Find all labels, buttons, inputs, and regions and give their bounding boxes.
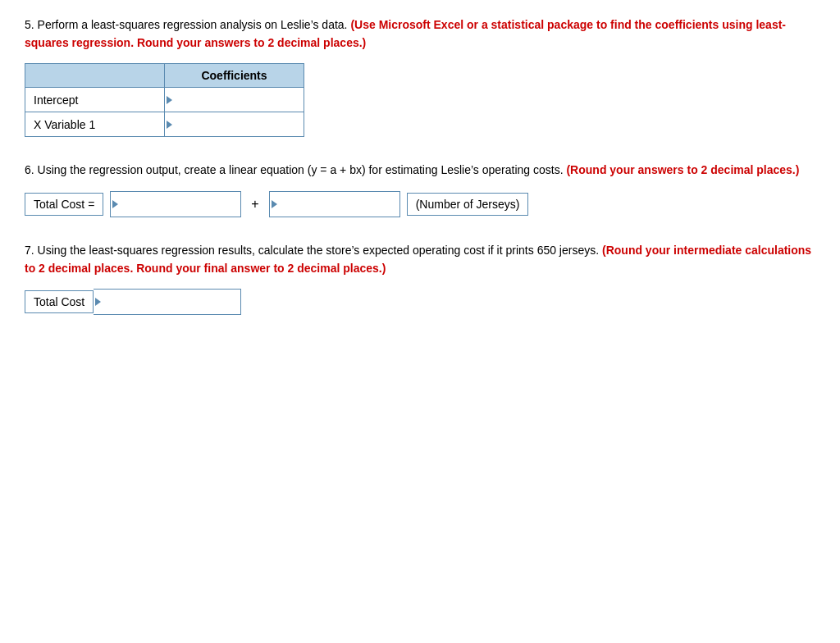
coefficients-table: Coefficients Intercept X Variable 1 [25,63,304,137]
table-empty-header [25,64,165,88]
intercept-input-cell[interactable] [165,88,304,112]
xvariable-triangle-icon [167,121,172,129]
q6-number: 6. [25,163,34,176]
eq-plus-sign: + [248,197,262,212]
total-cost-eq-label: Total Cost = [25,193,103,216]
eq-a-triangle-icon [112,200,118,208]
q6-text-red: (Round your answers to 2 decimal places.… [566,163,799,176]
eq-input-a[interactable] [110,191,241,217]
eq-input-b-inner [270,192,399,217]
q5-text: 5. Perform a least-squares regression an… [25,16,815,52]
q5-number: 5. [25,18,34,31]
table-row: X Variable 1 [25,112,304,137]
question-5: 5. Perform a least-squares regression an… [25,16,815,137]
total-cost-triangle-icon [95,298,101,306]
q7-number: 7. [25,244,34,257]
intercept-label: Intercept [25,88,165,112]
q6-text: 6. Using the regression output, create a… [25,162,815,180]
total-cost-row: Total Cost [25,289,815,315]
question-7: 7. Using the least-squares regression re… [25,242,815,315]
q5-text-black: Perform a least-squares regression analy… [38,18,351,31]
intercept-triangle-icon [167,96,172,104]
xvariable-input-cell[interactable] [165,112,304,137]
q7-text: 7. Using the least-squares regression re… [25,242,815,277]
table-row: Intercept [25,88,304,112]
question-6: 6. Using the regression output, create a… [25,162,815,217]
eq-b-triangle-icon [272,200,277,208]
eq-suffix: (Number of Jerseys) [407,193,529,216]
coefficients-header: Coefficients [165,64,304,88]
q7-text-black: Using the least-squares regression resul… [38,244,602,257]
total-cost-label: Total Cost [25,290,94,313]
equation-row: Total Cost = + (Number of Jerseys) [25,191,815,217]
xvariable-label: X Variable 1 [25,112,165,137]
q6-text-black: Using the regression output, create a li… [38,163,567,176]
eq-input-a-inner [111,192,240,217]
total-cost-input[interactable] [94,289,241,315]
eq-input-b[interactable] [269,191,400,217]
